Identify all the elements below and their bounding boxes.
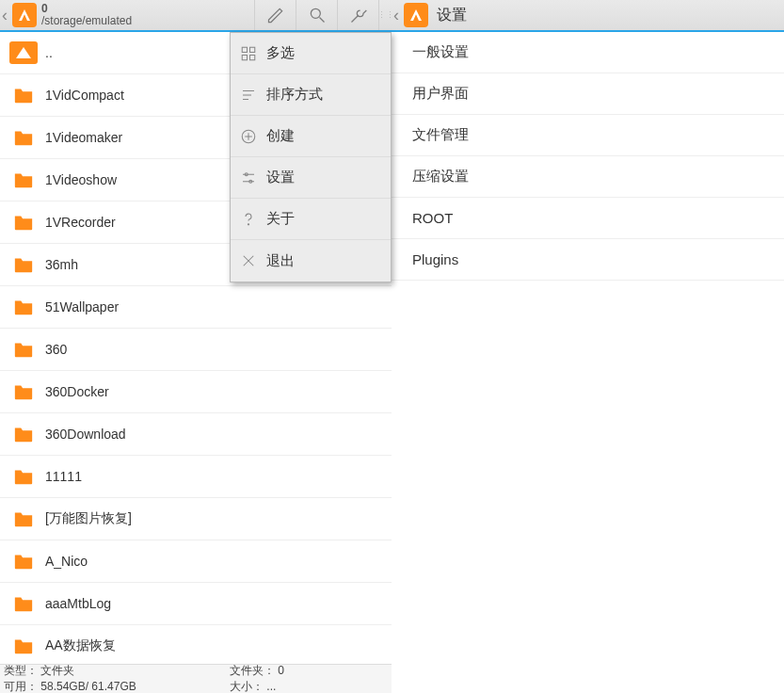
menu-exit[interactable]: 退出 (231, 240, 391, 282)
menu-label: 退出 (266, 252, 295, 270)
settings-item[interactable]: 一般设置 (392, 32, 784, 73)
path-display[interactable]: 0 /storage/emulated (40, 3, 132, 27)
question-icon (231, 211, 266, 228)
up-label: .. (45, 45, 53, 60)
svg-point-16 (248, 223, 248, 224)
menu-about[interactable]: 关于 (231, 199, 391, 240)
svg-rect-2 (242, 47, 247, 52)
folder-name: 51Wallpaper (45, 299, 119, 314)
svg-rect-4 (242, 55, 247, 59)
settings-pane: ‹ 设置 一般设置用户界面文件管理压缩设置ROOTPlugins (392, 0, 784, 693)
svg-line-1 (319, 18, 324, 23)
settings-item[interactable]: ROOT (392, 198, 784, 239)
folder-icon (9, 338, 38, 361)
folder-icon (9, 84, 38, 106)
settings-item[interactable]: 压缩设置 (392, 156, 784, 198)
folder-row[interactable]: A_Nico (0, 540, 392, 583)
status-bar: 类型： 文件夹 文件夹： 0 可用： 58.54GB/ 61.47GB 大小： … (0, 664, 392, 693)
svg-point-0 (311, 8, 320, 18)
settings-item[interactable]: Plugins (392, 239, 784, 281)
folder-name: [万能图片恢复] (45, 510, 132, 527)
folder-icon (9, 380, 38, 403)
folder-name: 1Videomaker (45, 130, 122, 145)
settings-item[interactable]: 用户界面 (392, 73, 784, 115)
folder-name: 360 (45, 342, 67, 357)
folder-name: A_Nico (45, 554, 88, 569)
status-type: 类型： 文件夹 (4, 663, 230, 679)
search-icon[interactable] (296, 0, 337, 30)
back-chevron-icon[interactable]: ‹ (392, 0, 401, 30)
path-line2: /storage/emulated (41, 15, 132, 27)
folder-icon (9, 423, 38, 445)
menu-label: 创建 (266, 127, 295, 145)
folder-name: 36mh (45, 257, 78, 272)
folder-name: aaaMtbLog (45, 596, 111, 611)
folder-row[interactable]: AA数据恢复 (0, 625, 392, 664)
menu-multiselect[interactable]: 多选 (231, 33, 391, 74)
menu-label: 多选 (266, 44, 295, 62)
back-chevron-icon[interactable]: ‹ (0, 0, 9, 30)
tools-dropdown-menu: 多选 排序方式 创建 设置 关于 退出 (230, 32, 392, 282)
sliders-icon (231, 169, 266, 186)
status-avail: 可用： 58.54GB/ 61.47GB (4, 679, 230, 693)
folder-icon (9, 253, 38, 276)
menu-label: 关于 (266, 210, 295, 228)
svg-rect-3 (250, 47, 255, 52)
folder-name: AA数据恢复 (45, 637, 116, 654)
folder-name: 1Videoshow (45, 172, 117, 187)
menu-settings[interactable]: 设置 (231, 157, 391, 199)
folder-name: 1VidCompact (45, 88, 124, 103)
folder-name: 360Download (45, 427, 126, 442)
folder-icon (9, 508, 38, 530)
settings-list: 一般设置用户界面文件管理压缩设置ROOTPlugins (392, 32, 784, 281)
folder-icon (9, 550, 38, 572)
right-toolbar: ‹ 设置 (392, 0, 784, 32)
app-logo-icon[interactable] (404, 3, 428, 27)
menu-sort[interactable]: 排序方式 (231, 74, 391, 116)
folder-row[interactable]: 360Download (0, 413, 392, 456)
edit-icon[interactable] (254, 0, 296, 30)
folder-name: 11111 (45, 469, 82, 484)
folder-name: 360Docker (45, 384, 109, 399)
folder-icon (9, 211, 38, 234)
sort-icon (231, 87, 266, 104)
folder-row[interactable]: 360Docker (0, 371, 392, 413)
folder-icon (9, 592, 38, 615)
folder-row[interactable]: 360 (0, 329, 392, 371)
up-arrow-icon (9, 41, 38, 64)
status-size: 大小： ... (230, 679, 276, 693)
wrench-icon[interactable] (337, 0, 378, 30)
folder-row[interactable]: 11111 (0, 456, 392, 498)
folder-name: 1VRecorder (45, 215, 116, 230)
app-logo-icon[interactable] (12, 3, 37, 27)
folder-icon (9, 296, 38, 318)
settings-title: 设置 (431, 6, 467, 25)
svg-rect-5 (250, 55, 255, 59)
menu-label: 排序方式 (266, 86, 323, 104)
folder-row[interactable]: [万能图片恢复] (0, 498, 392, 540)
left-toolbar: ‹ 0 /storage/emulated ⋮⋮ (0, 0, 392, 32)
create-icon (231, 128, 266, 145)
settings-item[interactable]: 文件管理 (392, 115, 784, 156)
folder-row[interactable]: 51Wallpaper (0, 286, 392, 329)
folder-icon (9, 126, 38, 149)
multiselect-icon (231, 45, 266, 62)
status-folder-count: 文件夹： 0 (230, 663, 284, 679)
folder-icon (9, 169, 38, 191)
folder-icon (9, 635, 38, 657)
close-icon (231, 252, 266, 269)
folder-icon (9, 465, 38, 488)
drag-handle-icon[interactable]: ⋮⋮ (378, 0, 392, 30)
menu-label: 设置 (266, 169, 295, 186)
menu-create[interactable]: 创建 (231, 116, 391, 157)
folder-row[interactable]: aaaMtbLog (0, 583, 392, 625)
